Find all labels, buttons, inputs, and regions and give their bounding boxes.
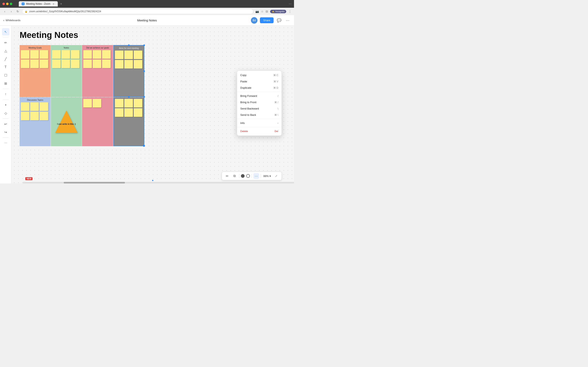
section-notes-top[interactable]: Notes [51,45,82,97]
sticky-note[interactable] [21,50,29,59]
more-options-button[interactable]: ⋯ [253,173,259,179]
browser-more-icon[interactable]: ⋮ [288,9,292,13]
sticky-note[interactable] [21,59,29,68]
sticky-note[interactable] [93,50,101,59]
canvas-main[interactable]: Meeting Notes Meeting Goals [11,26,294,184]
sticky-note[interactable] [93,59,101,68]
window-minimize-icon[interactable]: ⋯ [289,2,292,6]
section-achieve-goals[interactable]: Did we achieve our goals [82,45,113,97]
maximize-button[interactable] [10,3,12,5]
back-to-whiteboards-button[interactable]: ‹ Whiteboards [3,18,20,22]
sticky-note[interactable] [115,108,123,117]
share-button[interactable]: Share [260,17,274,23]
bookmark-icon[interactable]: ☆ [261,10,264,13]
tab-close-button[interactable]: ✕ [52,2,55,5]
sticky-note[interactable] [52,50,61,59]
resize-handle-br[interactable] [143,145,145,147]
sticky-note[interactable] [40,59,48,68]
sticky-note[interactable] [61,59,70,68]
horizontal-scrollbar[interactable] [23,182,294,184]
new-tab-button[interactable]: + [59,2,64,6]
sticky-note[interactable] [115,99,123,108]
sticky-note[interactable] [134,99,142,108]
sticky-note[interactable] [71,59,79,68]
user-avatar[interactable]: DJ [251,17,258,24]
context-menu-bring-forward[interactable]: Bring Forward / [237,93,282,99]
context-menu-bring-to-front[interactable]: Bring to Front ⌘ / [237,99,282,105]
sticky-note[interactable] [71,50,79,59]
sticky-note[interactable] [83,50,92,59]
shape-tool-button[interactable]: △ [2,47,9,54]
upload-tool-button[interactable]: ↑ [2,91,9,98]
section-notes-lower[interactable]: I can write in this :) [51,97,82,146]
context-menu-paste[interactable]: Paste ⌘ V [237,78,282,85]
triangle-shape[interactable]: I can write in this :) [55,110,78,133]
close-button[interactable] [2,3,5,5]
context-menu-copy[interactable]: Copy ⌘ C [237,72,282,78]
context-menu-duplicate[interactable]: Duplicate ⌘ D [237,85,282,91]
sticky-note[interactable] [40,102,48,111]
section-meeting-goals[interactable]: Meeting Goals [20,45,51,97]
sticky-note[interactable] [30,50,39,59]
context-menu-delete[interactable]: Delete Del [237,128,282,134]
sticky-note[interactable] [83,59,92,68]
section-discussion-topics[interactable]: Discussion Topics [20,97,51,146]
sticky-note[interactable] [61,50,70,59]
template-tool-button[interactable]: ⊞ [2,80,9,87]
sticky-note[interactable] [134,60,142,68]
text-tool-button[interactable]: T [2,63,9,71]
context-menu-send-backward[interactable]: Send Backward \ [237,105,282,112]
outline-style-button[interactable] [246,174,250,178]
minimize-button[interactable] [6,3,9,5]
sticky-note[interactable] [102,50,111,59]
sticky-note[interactable] [30,112,39,120]
sticky-note[interactable] [21,102,29,111]
comment-button[interactable]: 💬 [276,17,282,24]
line-tool-button[interactable]: ╱ [2,55,9,63]
zoom-indicator[interactable]: 88% ▾ [263,175,272,178]
camera-icon[interactable]: 📷 [255,10,259,13]
section-aims-lower[interactable] [113,97,144,146]
erase-tool-button[interactable]: ◇ [2,109,9,117]
sticky-note[interactable] [124,60,133,68]
pen-tool-button[interactable]: ✏ [2,39,9,46]
sticky-note[interactable] [134,108,142,117]
section-achieve-lower[interactable] [82,97,113,146]
sticky-note[interactable] [83,99,92,108]
ai-tool-button[interactable]: ✦ [2,101,9,109]
back-nav-button[interactable]: ‹ [2,9,7,14]
redo-button[interactable]: ↪ [2,128,9,136]
fit-to-screen-button[interactable]: ⤢ [273,173,279,179]
format-tool-button[interactable]: ✏ [224,173,230,179]
sticky-note[interactable] [52,59,61,68]
sticky-note[interactable] [30,59,39,68]
sticky-note[interactable] [21,112,29,120]
sticky-note[interactable] [93,99,101,108]
sidebar-icon[interactable]: ⊟ [266,10,268,13]
section-aims-next[interactable]: Aims for next meeting [113,45,144,97]
select-tool-button[interactable]: ↖ [2,28,9,35]
fill-style-button[interactable] [241,174,245,178]
sticky-note[interactable] [134,50,142,59]
sticky-note[interactable] [115,50,123,59]
forward-nav-button[interactable]: › [9,9,13,14]
sticky-note[interactable] [124,50,133,59]
toolbar-more-button[interactable]: ⋯ [2,139,9,147]
context-menu-info[interactable]: Info › [237,120,282,126]
sticky-note[interactable] [124,108,133,117]
copy-style-button[interactable]: ⧉ [232,173,237,179]
sticky-note[interactable] [40,112,48,120]
sticky-note[interactable] [115,60,123,68]
undo-button[interactable]: ↩ [2,120,9,128]
active-tab[interactable]: Z Meeting Notes - Zoom ✕ [19,1,58,7]
address-input[interactable]: 🔒 zoom.us/wb/doc/_GzqzfVOSIKu9apldkkuMQ/… [22,9,253,14]
refresh-nav-button[interactable]: ↻ [16,9,20,14]
sticky-note[interactable] [102,59,111,68]
sticky-note[interactable] [40,50,48,59]
sticky-note[interactable] [30,102,39,111]
scrollbar-thumb[interactable] [64,182,125,184]
frame-tool-button[interactable]: ☐ [2,72,9,79]
sticky-note[interactable] [124,99,133,108]
header-more-button[interactable]: ⋯ [285,17,291,24]
context-menu-send-to-back[interactable]: Send to Back ⌘ \ [237,112,282,118]
